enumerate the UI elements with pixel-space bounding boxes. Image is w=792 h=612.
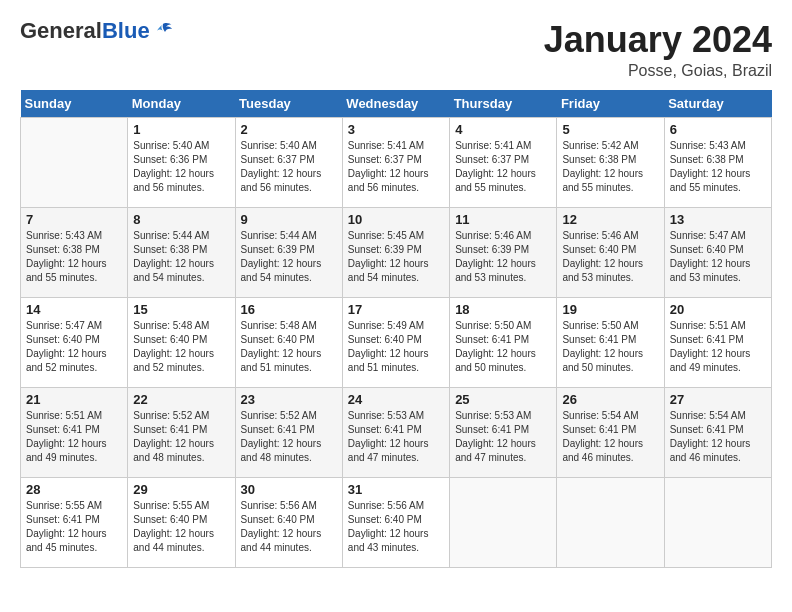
day-info: Sunrise: 5:46 AM Sunset: 6:40 PM Dayligh… xyxy=(562,229,658,285)
col-monday: Monday xyxy=(128,90,235,118)
day-number: 13 xyxy=(670,212,766,227)
col-sunday: Sunday xyxy=(21,90,128,118)
day-number: 24 xyxy=(348,392,444,407)
calendar-cell: 19Sunrise: 5:50 AM Sunset: 6:41 PM Dayli… xyxy=(557,297,664,387)
calendar-cell: 3Sunrise: 5:41 AM Sunset: 6:37 PM Daylig… xyxy=(342,117,449,207)
day-info: Sunrise: 5:54 AM Sunset: 6:41 PM Dayligh… xyxy=(670,409,766,465)
day-info: Sunrise: 5:52 AM Sunset: 6:41 PM Dayligh… xyxy=(133,409,229,465)
location: Posse, Goias, Brazil xyxy=(544,62,772,80)
calendar-header-row: Sunday Monday Tuesday Wednesday Thursday… xyxy=(21,90,772,118)
day-info: Sunrise: 5:42 AM Sunset: 6:38 PM Dayligh… xyxy=(562,139,658,195)
day-number: 8 xyxy=(133,212,229,227)
day-info: Sunrise: 5:55 AM Sunset: 6:41 PM Dayligh… xyxy=(26,499,122,555)
calendar-cell xyxy=(450,477,557,567)
day-info: Sunrise: 5:54 AM Sunset: 6:41 PM Dayligh… xyxy=(562,409,658,465)
calendar-cell: 6Sunrise: 5:43 AM Sunset: 6:38 PM Daylig… xyxy=(664,117,771,207)
calendar-cell xyxy=(557,477,664,567)
day-number: 26 xyxy=(562,392,658,407)
day-info: Sunrise: 5:55 AM Sunset: 6:40 PM Dayligh… xyxy=(133,499,229,555)
calendar-cell: 25Sunrise: 5:53 AM Sunset: 6:41 PM Dayli… xyxy=(450,387,557,477)
calendar-cell: 23Sunrise: 5:52 AM Sunset: 6:41 PM Dayli… xyxy=(235,387,342,477)
day-number: 16 xyxy=(241,302,337,317)
week-row: 21Sunrise: 5:51 AM Sunset: 6:41 PM Dayli… xyxy=(21,387,772,477)
day-number: 15 xyxy=(133,302,229,317)
day-number: 19 xyxy=(562,302,658,317)
day-info: Sunrise: 5:43 AM Sunset: 6:38 PM Dayligh… xyxy=(670,139,766,195)
calendar-cell: 20Sunrise: 5:51 AM Sunset: 6:41 PM Dayli… xyxy=(664,297,771,387)
calendar-cell: 1Sunrise: 5:40 AM Sunset: 6:36 PM Daylig… xyxy=(128,117,235,207)
day-number: 14 xyxy=(26,302,122,317)
calendar-cell: 17Sunrise: 5:49 AM Sunset: 6:40 PM Dayli… xyxy=(342,297,449,387)
calendar-cell: 15Sunrise: 5:48 AM Sunset: 6:40 PM Dayli… xyxy=(128,297,235,387)
day-info: Sunrise: 5:48 AM Sunset: 6:40 PM Dayligh… xyxy=(241,319,337,375)
day-info: Sunrise: 5:40 AM Sunset: 6:36 PM Dayligh… xyxy=(133,139,229,195)
col-tuesday: Tuesday xyxy=(235,90,342,118)
day-number: 25 xyxy=(455,392,551,407)
day-info: Sunrise: 5:44 AM Sunset: 6:39 PM Dayligh… xyxy=(241,229,337,285)
day-info: Sunrise: 5:40 AM Sunset: 6:37 PM Dayligh… xyxy=(241,139,337,195)
day-number: 28 xyxy=(26,482,122,497)
day-info: Sunrise: 5:51 AM Sunset: 6:41 PM Dayligh… xyxy=(670,319,766,375)
day-number: 20 xyxy=(670,302,766,317)
day-number: 27 xyxy=(670,392,766,407)
day-info: Sunrise: 5:41 AM Sunset: 6:37 PM Dayligh… xyxy=(348,139,444,195)
calendar-cell: 27Sunrise: 5:54 AM Sunset: 6:41 PM Dayli… xyxy=(664,387,771,477)
day-number: 22 xyxy=(133,392,229,407)
calendar-cell: 10Sunrise: 5:45 AM Sunset: 6:39 PM Dayli… xyxy=(342,207,449,297)
day-number: 17 xyxy=(348,302,444,317)
week-row: 14Sunrise: 5:47 AM Sunset: 6:40 PM Dayli… xyxy=(21,297,772,387)
calendar-cell: 31Sunrise: 5:56 AM Sunset: 6:40 PM Dayli… xyxy=(342,477,449,567)
calendar-cell xyxy=(664,477,771,567)
day-number: 7 xyxy=(26,212,122,227)
day-info: Sunrise: 5:47 AM Sunset: 6:40 PM Dayligh… xyxy=(670,229,766,285)
day-info: Sunrise: 5:44 AM Sunset: 6:38 PM Dayligh… xyxy=(133,229,229,285)
day-info: Sunrise: 5:50 AM Sunset: 6:41 PM Dayligh… xyxy=(455,319,551,375)
day-number: 10 xyxy=(348,212,444,227)
day-info: Sunrise: 5:53 AM Sunset: 6:41 PM Dayligh… xyxy=(455,409,551,465)
calendar-cell: 24Sunrise: 5:53 AM Sunset: 6:41 PM Dayli… xyxy=(342,387,449,477)
page-header: GeneralBlue January 2024 Posse, Goias, B… xyxy=(20,20,772,80)
day-number: 2 xyxy=(241,122,337,137)
calendar-cell xyxy=(21,117,128,207)
week-row: 1Sunrise: 5:40 AM Sunset: 6:36 PM Daylig… xyxy=(21,117,772,207)
day-info: Sunrise: 5:41 AM Sunset: 6:37 PM Dayligh… xyxy=(455,139,551,195)
calendar-cell: 21Sunrise: 5:51 AM Sunset: 6:41 PM Dayli… xyxy=(21,387,128,477)
day-info: Sunrise: 5:46 AM Sunset: 6:39 PM Dayligh… xyxy=(455,229,551,285)
calendar-cell: 8Sunrise: 5:44 AM Sunset: 6:38 PM Daylig… xyxy=(128,207,235,297)
logo: GeneralBlue xyxy=(20,20,174,42)
day-info: Sunrise: 5:51 AM Sunset: 6:41 PM Dayligh… xyxy=(26,409,122,465)
calendar-cell: 30Sunrise: 5:56 AM Sunset: 6:40 PM Dayli… xyxy=(235,477,342,567)
day-number: 23 xyxy=(241,392,337,407)
day-info: Sunrise: 5:47 AM Sunset: 6:40 PM Dayligh… xyxy=(26,319,122,375)
calendar-cell: 29Sunrise: 5:55 AM Sunset: 6:40 PM Dayli… xyxy=(128,477,235,567)
day-number: 1 xyxy=(133,122,229,137)
day-number: 9 xyxy=(241,212,337,227)
calendar-cell: 14Sunrise: 5:47 AM Sunset: 6:40 PM Dayli… xyxy=(21,297,128,387)
calendar-cell: 7Sunrise: 5:43 AM Sunset: 6:38 PM Daylig… xyxy=(21,207,128,297)
logo-blue: Blue xyxy=(102,18,150,43)
calendar-cell: 2Sunrise: 5:40 AM Sunset: 6:37 PM Daylig… xyxy=(235,117,342,207)
day-info: Sunrise: 5:43 AM Sunset: 6:38 PM Dayligh… xyxy=(26,229,122,285)
day-info: Sunrise: 5:48 AM Sunset: 6:40 PM Dayligh… xyxy=(133,319,229,375)
calendar-cell: 4Sunrise: 5:41 AM Sunset: 6:37 PM Daylig… xyxy=(450,117,557,207)
day-info: Sunrise: 5:56 AM Sunset: 6:40 PM Dayligh… xyxy=(241,499,337,555)
calendar-cell: 12Sunrise: 5:46 AM Sunset: 6:40 PM Dayli… xyxy=(557,207,664,297)
day-number: 31 xyxy=(348,482,444,497)
title-area: January 2024 Posse, Goias, Brazil xyxy=(544,20,772,80)
col-wednesday: Wednesday xyxy=(342,90,449,118)
calendar-cell: 26Sunrise: 5:54 AM Sunset: 6:41 PM Dayli… xyxy=(557,387,664,477)
day-info: Sunrise: 5:56 AM Sunset: 6:40 PM Dayligh… xyxy=(348,499,444,555)
logo-general: General xyxy=(20,18,102,43)
day-info: Sunrise: 5:49 AM Sunset: 6:40 PM Dayligh… xyxy=(348,319,444,375)
day-info: Sunrise: 5:45 AM Sunset: 6:39 PM Dayligh… xyxy=(348,229,444,285)
week-row: 28Sunrise: 5:55 AM Sunset: 6:41 PM Dayli… xyxy=(21,477,772,567)
day-number: 12 xyxy=(562,212,658,227)
day-info: Sunrise: 5:50 AM Sunset: 6:41 PM Dayligh… xyxy=(562,319,658,375)
day-info: Sunrise: 5:52 AM Sunset: 6:41 PM Dayligh… xyxy=(241,409,337,465)
col-saturday: Saturday xyxy=(664,90,771,118)
day-number: 18 xyxy=(455,302,551,317)
day-number: 21 xyxy=(26,392,122,407)
day-info: Sunrise: 5:53 AM Sunset: 6:41 PM Dayligh… xyxy=(348,409,444,465)
day-number: 6 xyxy=(670,122,766,137)
day-number: 11 xyxy=(455,212,551,227)
